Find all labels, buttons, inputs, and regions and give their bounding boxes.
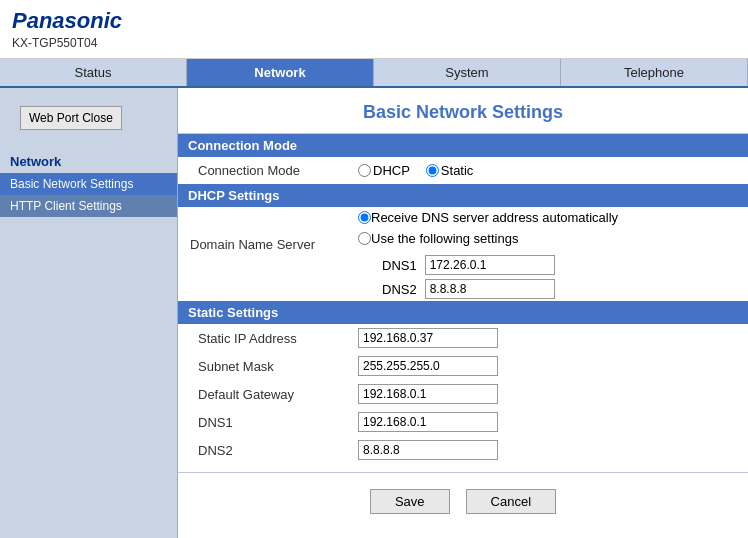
dns1-label: DNS1	[382, 253, 425, 277]
sidebar-section-title: Network	[0, 148, 177, 173]
button-row: Save Cancel	[178, 472, 748, 524]
connection-mode-header: Connection Mode	[178, 134, 748, 157]
content-area: Basic Network Settings Connection Mode C…	[178, 88, 748, 538]
auto-dns-radio[interactable]	[358, 211, 371, 224]
static-ip-row: Static IP Address	[178, 324, 748, 352]
sidebar-item-basic-network[interactable]: Basic Network Settings	[0, 173, 177, 195]
connection-mode-radio-group: DHCP Static	[358, 163, 473, 178]
dhcp-label: DHCP	[373, 163, 410, 178]
static-ip-input[interactable]	[358, 328, 498, 348]
connection-mode-label: Connection Mode	[178, 163, 358, 178]
static-dns1-row: DNS1	[178, 408, 748, 436]
dhcp-radio[interactable]	[358, 164, 371, 177]
sidebar: Web Port Close Network Basic Network Set…	[0, 88, 178, 538]
sidebar-item-http-client[interactable]: HTTP Client Settings	[0, 195, 177, 217]
tab-network[interactable]: Network	[187, 59, 374, 86]
header: Panasonic KX-TGP550T04	[0, 0, 748, 59]
subnet-mask-row: Subnet Mask	[178, 352, 748, 380]
static-settings-header: Static Settings	[178, 301, 748, 324]
dhcp-row: Domain Name Server Receive DNS server ad…	[178, 207, 748, 301]
subnet-mask-input[interactable]	[358, 356, 498, 376]
save-button[interactable]: Save	[370, 489, 450, 514]
panasonic-logo: Panasonic	[12, 8, 122, 34]
default-gateway-input[interactable]	[358, 384, 498, 404]
static-dns1-label: DNS1	[178, 415, 358, 430]
static-radio[interactable]	[426, 164, 439, 177]
static-dns2-row: DNS2	[178, 436, 748, 464]
tab-system[interactable]: System	[374, 59, 561, 86]
default-gateway-label: Default Gateway	[178, 387, 358, 402]
manual-dns-option[interactable]: Use the following settings	[358, 228, 748, 249]
manual-dns-radio[interactable]	[358, 232, 371, 245]
dns-fields: DNS1 DNS2	[382, 253, 748, 301]
main-layout: Web Port Close Network Basic Network Set…	[0, 88, 748, 538]
dhcp-options: Receive DNS server address automatically…	[358, 207, 748, 301]
connection-mode-row: Connection Mode DHCP Static	[178, 157, 748, 184]
dhcp-settings-header: DHCP Settings	[178, 184, 748, 207]
nav-tabs: Status Network System Telephone	[0, 59, 748, 88]
web-port-close-button[interactable]: Web Port Close	[20, 106, 122, 130]
dns2-label: DNS2	[382, 277, 425, 301]
static-dns1-input[interactable]	[358, 412, 498, 432]
auto-dns-label: Receive DNS server address automatically	[371, 210, 618, 225]
page-title: Basic Network Settings	[178, 88, 748, 134]
static-dns2-input[interactable]	[358, 440, 498, 460]
dns2-input[interactable]	[425, 279, 555, 299]
tab-status[interactable]: Status	[0, 59, 187, 86]
subnet-mask-label: Subnet Mask	[178, 359, 358, 374]
dhcp-option[interactable]: DHCP	[358, 163, 410, 178]
model-number: KX-TGP550T04	[12, 36, 122, 50]
static-dns2-label: DNS2	[178, 443, 358, 458]
tab-telephone[interactable]: Telephone	[561, 59, 748, 86]
manual-dns-label: Use the following settings	[371, 231, 518, 246]
static-ip-label: Static IP Address	[178, 331, 358, 346]
auto-dns-option[interactable]: Receive DNS server address automatically	[358, 207, 748, 228]
static-label: Static	[441, 163, 474, 178]
cancel-button[interactable]: Cancel	[466, 489, 556, 514]
dns1-input[interactable]	[425, 255, 555, 275]
static-option[interactable]: Static	[426, 163, 474, 178]
default-gateway-row: Default Gateway	[178, 380, 748, 408]
domain-name-server-label: Domain Name Server	[178, 207, 358, 256]
